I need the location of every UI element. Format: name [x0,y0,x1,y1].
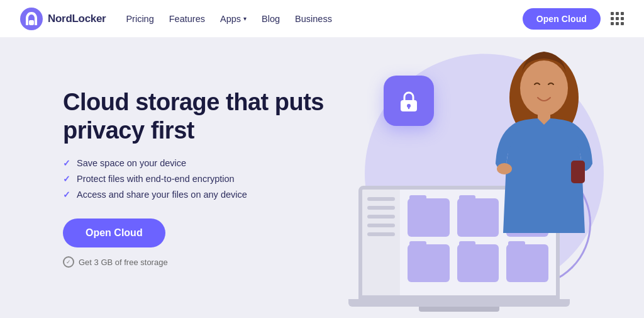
check-icon-3: ✓ [63,190,70,200]
nav-link-apps[interactable]: Apps ▾ [220,14,247,24]
chevron-down-icon: ▾ [243,15,247,22]
sidebar-line [367,232,395,236]
nav-link-pricing[interactable]: Pricing [126,14,153,24]
grid-dot [611,17,614,20]
lock-icon [396,88,422,114]
nav-item-business[interactable]: Business [295,13,332,25]
laptop-stand [419,307,499,312]
nordlocker-logo-icon [20,8,43,30]
grid-dot [621,22,624,25]
nav-item-blog[interactable]: Blog [262,13,280,25]
logo[interactable]: NordLocker [20,8,106,30]
nav-item-features[interactable]: Features [169,13,205,25]
feature-text-2: Protect files with end-to-end encryption [77,174,235,184]
hero-person-image [472,38,616,233]
feature-item-3: ✓ Access and share your files on any dev… [63,190,352,200]
grid-dot [616,22,619,25]
hero-features-list: ✓ Save space on your device ✓ Protect fi… [63,158,352,200]
laptop-sidebar [362,190,400,295]
nav-link-business[interactable]: Business [295,14,332,24]
open-cloud-hero-button[interactable]: Open Cloud [63,219,165,247]
svg-point-9 [497,163,512,174]
feature-text-3: Access and share your files on any devic… [77,190,247,200]
sidebar-line [367,206,395,210]
laptop-base [348,299,570,307]
free-storage-info: ✓ Get 3 GB of free storage [63,256,352,268]
grid-dot [621,17,624,20]
sidebar-line [367,197,395,201]
shield-icon: ✓ [63,256,74,268]
svg-rect-1 [29,20,34,25]
check-icon-1: ✓ [63,158,70,168]
grid-menu-icon[interactable] [611,12,624,25]
lock-badge [384,76,434,126]
check-icon-2: ✓ [63,174,70,184]
folder-icon [506,244,548,283]
sidebar-line [367,215,395,219]
grid-dot [621,12,624,15]
folder-icon [408,198,450,237]
nav-link-blog[interactable]: Blog [262,14,280,24]
grid-dot [611,22,614,25]
open-cloud-nav-button[interactable]: Open Cloud [523,8,601,30]
hero-illustration [352,38,616,318]
nav-item-apps[interactable]: Apps ▾ [220,14,247,24]
folder-icon [408,244,450,283]
logo-text: NordLocker [48,13,106,25]
navbar: NordLocker Pricing Features Apps ▾ Blog … [0,0,644,38]
nav-link-features[interactable]: Features [169,14,205,24]
grid-dot [616,12,619,15]
grid-dot [611,12,614,15]
feature-text-1: Save space on your device [77,158,186,168]
free-storage-text: Get 3 GB of free storage [79,258,168,267]
nav-item-pricing[interactable]: Pricing [126,13,153,25]
feature-item-1: ✓ Save space on your device [63,158,352,168]
person-svg [472,38,616,233]
hero-content: Cloud storage that puts privacy first ✓ … [63,88,352,268]
grid-dot [616,17,619,20]
svg-point-0 [20,8,43,30]
nav-right: Open Cloud [523,8,624,30]
hero-title: Cloud storage that puts privacy first [63,88,352,145]
svg-rect-8 [571,161,585,183]
hero-section: Cloud storage that puts privacy first ✓ … [0,38,644,318]
nav-links: Pricing Features Apps ▾ Blog Business [126,13,332,25]
sidebar-line [367,224,395,227]
folder-icon [457,244,499,283]
feature-item-2: ✓ Protect files with end-to-end encrypti… [63,174,352,184]
nav-left: NordLocker Pricing Features Apps ▾ Blog … [20,8,332,30]
svg-point-6 [520,60,568,116]
